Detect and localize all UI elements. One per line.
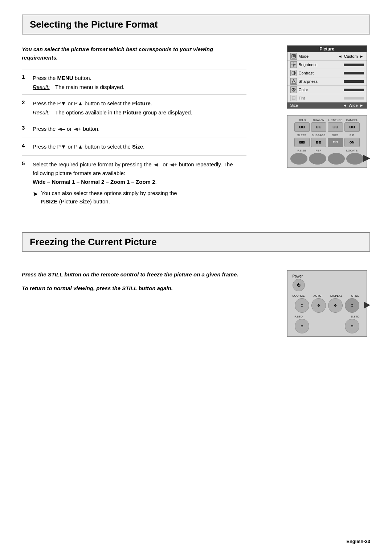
step-2-result-label: Result: <box>33 109 51 116</box>
btn-listflof[interactable]: ⊟⊟ <box>328 122 343 132</box>
menu-label-mode: Mode <box>299 54 336 58</box>
remote-btn-row-1: ⊟⊟ ⊟⊟ ⊟⊟ ⊟⊟ <box>290 122 364 132</box>
page-number: English-23 <box>346 539 370 544</box>
menu-row-sharpness: Sharpness <box>287 77 367 86</box>
menu-icon-brightness <box>290 61 297 68</box>
step-2-number: 2 <box>22 99 28 108</box>
label-pbp: PBP <box>311 149 326 152</box>
step-5: 5 Select the required picture format by … <box>22 156 246 210</box>
menu-row-size: Size ◄ Wide ► <box>287 102 367 108</box>
lbl-pstd: P.STD <box>290 315 307 318</box>
step-2: 2 Press the P▼ or P▲ button to select th… <box>22 95 246 120</box>
btn-cancel[interactable]: ⊟⊟ <box>344 122 360 132</box>
btn-source[interactable]: ⊙ <box>295 298 309 313</box>
picture-menu-header: Picture <box>287 46 367 52</box>
freeze-btn-row-1: ⊙ ⊙ ⊙ ⊙ <box>290 298 364 313</box>
freeze-label-row-1: SOURCE AUTO DISPLAY STILL <box>290 294 364 297</box>
label-cancel: CANCEL <box>344 118 360 122</box>
step-5-note: You can also select these options simply… <box>41 189 177 206</box>
btn-power[interactable]: ⏻ <box>293 279 305 291</box>
vertical-divider-2 <box>263 270 263 337</box>
label-dual: DUAL/W <box>311 118 326 122</box>
svg-marker-15 <box>364 301 370 309</box>
menu-arrow-right-size: ► <box>360 103 364 108</box>
btn-hold[interactable]: ⊟⊟ <box>294 122 310 132</box>
menu-icon-sharpness <box>290 78 297 85</box>
footer: English-23 <box>346 539 370 544</box>
btn-pip[interactable]: ON <box>344 138 360 147</box>
lbl-source: SOURCE <box>290 294 307 297</box>
menu-bar-brightness <box>344 64 364 66</box>
menu-icon-tint <box>290 95 297 101</box>
label-hold: HOLD <box>294 118 310 122</box>
menu-bar-color <box>344 89 364 91</box>
picture-menu: Picture Mode ◄ Custom ► Brightness <box>287 45 367 109</box>
menu-icon-color <box>290 86 297 93</box>
menu-row-color: Color <box>287 86 367 94</box>
label-locate2: LOCATE <box>344 149 360 152</box>
section2-intro1: Press the STILL button on the remote con… <box>22 270 246 279</box>
lbl-still: STILL <box>347 294 364 297</box>
freeze-label-row-2: P.STD S.STD <box>290 315 364 318</box>
section1-left: You can select the picture format which … <box>22 45 250 210</box>
section2-left: Press the STILL button on the remote con… <box>22 270 250 337</box>
power-label: Power <box>293 274 303 278</box>
menu-arrow-right-mode: ► <box>360 54 364 58</box>
menu-bar-contrast <box>344 72 364 74</box>
lbl-display: DISPLAY <box>328 294 345 297</box>
lbl-sstd: S.STD <box>347 315 364 318</box>
btn-auto[interactable]: ⊙ <box>311 298 326 313</box>
menu-icon-mode <box>290 53 297 60</box>
btn-pstd[interactable]: ⊙ <box>295 319 309 333</box>
menu-label-contrast: Contrast <box>299 71 342 75</box>
step-2-result-text: The options available in the Picture gro… <box>55 109 192 116</box>
remote-label-row-1: HOLD DUAL/W LIST/FLOF CANCEL <box>290 118 364 122</box>
step-5-content: Select the required picture format by pr… <box>33 160 246 186</box>
svg-marker-14 <box>363 155 370 162</box>
menu-label-color: Color <box>299 88 342 92</box>
svg-rect-1 <box>293 55 295 57</box>
label-listflof: LIST/FLOF <box>328 118 343 122</box>
section1-header: Selecting the Picture Format <box>22 15 370 35</box>
btn-psize[interactable] <box>290 153 308 165</box>
note-arrow-icon: ➤ <box>33 190 38 198</box>
remote-label-row-2: SLEEP SUBPAGE SIZE PIP <box>290 134 364 137</box>
lbl-auto: AUTO <box>309 294 326 297</box>
btn-sstd[interactable]: ⊙ <box>345 319 359 333</box>
label-size: SIZE <box>328 134 343 137</box>
lbl-empty2 <box>328 315 345 318</box>
label-psize: P.SIZE <box>294 149 310 152</box>
section2-body: Press the STILL button on the remote con… <box>22 270 370 337</box>
menu-value-mode: Custom <box>344 54 358 58</box>
btn-pbp[interactable] <box>309 153 326 165</box>
btn-subpage[interactable]: ⊟⊟ <box>311 138 326 147</box>
section1-body: You can select the picture format which … <box>22 45 370 210</box>
btn-sleep[interactable]: ⊟⊟ <box>294 138 310 147</box>
menu-row-contrast: Contrast <box>287 69 367 77</box>
lbl-empty1 <box>309 315 326 318</box>
step-1-number: 1 <box>22 74 28 82</box>
step-2-content: Press the P▼ or P▲ button to select the … <box>33 99 152 108</box>
section1-title: Selecting the Picture Format <box>30 19 362 30</box>
label-sleep: SLEEP <box>294 134 310 137</box>
spacer-2 <box>328 319 343 333</box>
step-3: 3 Press the – or + button. <box>22 120 246 138</box>
section2-right: Power ⏻ SOURCE AUTO DISPLAY STILL ⊙ ⊙ ⊙ … <box>276 270 370 337</box>
section1-right: Picture Mode ◄ Custom ► Brightness <box>276 45 370 210</box>
btn-size[interactable]: ⊟⊟ <box>328 138 343 147</box>
menu-arrow-left-size: ◄ <box>343 103 347 108</box>
menu-row-tint: Tint <box>287 94 367 102</box>
step-1-result-label: Result: <box>33 84 51 90</box>
section2-header: Freezing the Current Picture <box>22 232 370 252</box>
remote-arrow-indicator <box>363 153 370 165</box>
btn-blank[interactable] <box>328 153 345 165</box>
btn-locate[interactable] <box>346 153 364 165</box>
svg-point-2 <box>293 64 295 66</box>
remote-label-row-3: P.SIZE PBP LOCATE <box>290 149 364 152</box>
btn-display[interactable]: ⊙ <box>328 298 343 313</box>
btn-dual[interactable]: ⊟⊟ <box>311 122 326 132</box>
freeze-arrow-indicator <box>364 300 370 311</box>
btn-still[interactable]: ⊙ <box>345 298 359 313</box>
remote-btn-row-3 <box>290 153 364 165</box>
menu-row-mode: Mode ◄ Custom ► <box>287 52 367 61</box>
